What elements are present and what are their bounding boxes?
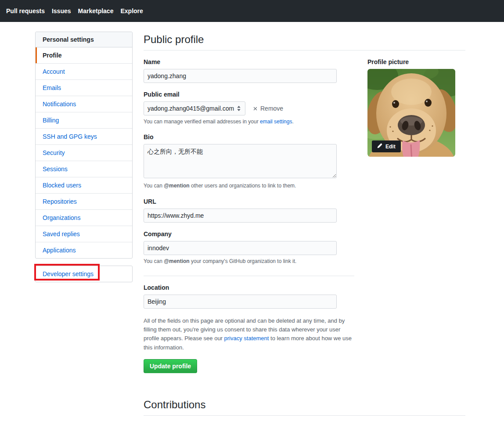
nav-pull-requests[interactable]: Pull requests [3,7,48,14]
bio-textarea[interactable]: 心之所向，无所不能 [144,144,337,178]
sidebar-item-security[interactable]: Security [36,144,132,161]
sidebar-item-ssh-gpg-keys[interactable]: SSH and GPG keys [36,128,132,144]
bio-label: Bio [144,133,354,140]
sidebar-item-profile[interactable]: Profile [36,47,132,63]
company-input[interactable] [144,241,337,255]
update-profile-button[interactable]: Update profile [144,359,197,373]
bio-help-note: You can @mention other users and organiz… [144,182,354,190]
company-label: Company [144,230,354,237]
sidebar-item-saved-replies[interactable]: Saved replies [36,226,132,242]
top-navigation: Pull requests Issues Marketplace Explore [0,0,504,22]
updown-caret-icon [236,105,241,112]
settings-sidebar: Personal settings Profile Account Emails… [35,32,133,282]
sidebar-item-blocked-users[interactable]: Blocked users [36,177,132,193]
privacy-statement-link[interactable]: privacy statement [224,335,269,342]
remove-email-button[interactable]: Remove [252,105,283,112]
profile-picture-label: Profile picture [367,58,455,65]
name-input[interactable] [144,69,337,83]
public-email-label: Public email [144,91,354,98]
url-label: URL [144,198,354,205]
pencil-icon [377,143,382,150]
sidebar-item-billing[interactable]: Billing [36,112,132,128]
profile-picture-section: Profile picture [367,50,455,373]
email-settings-link[interactable]: email settings [260,119,292,125]
sidebar-item-notifications[interactable]: Notifications [36,96,132,112]
settings-page: Personal settings Profile Account Emails… [0,22,504,421]
sidebar-item-organizations[interactable]: Organizations [36,209,132,226]
edit-profile-picture-button[interactable]: Edit [372,140,401,152]
sidebar-item-repositories[interactable]: Repositories [36,193,132,209]
main-content: Public profile Name Public email yadong.… [144,32,465,421]
company-help-note: You can @mention your company's GitHub o… [144,258,354,265]
nav-issues[interactable]: Issues [48,7,75,14]
edit-button-label: Edit [385,144,396,150]
sidebar-item-emails[interactable]: Emails [36,79,132,96]
public-email-select[interactable]: yadong.zhang0415@gmail.com [144,101,245,115]
url-input[interactable] [144,209,337,223]
privacy-disclaimer: All of the fields on this page are optio… [144,317,354,352]
name-label: Name [144,58,354,65]
page-title: Public profile [144,33,465,50]
form-divider [144,276,354,276]
x-icon [252,106,258,112]
personal-settings-menu: Personal settings Profile Account Emails… [35,32,133,259]
contributions-title: Contributions [144,399,465,416]
email-help-note: You can manage verified email addresses … [144,118,354,126]
sidebar-item-developer-settings[interactable]: Developer settings [36,266,132,282]
sidebar-item-sessions[interactable]: Sessions [36,161,132,177]
sidebar-item-applications[interactable]: Applications [36,242,132,258]
developer-settings-box: Developer settings [35,266,133,282]
location-label: Location [144,284,354,291]
sidebar-header: Personal settings [36,32,132,47]
public-email-selected-value: yadong.zhang0415@gmail.com [148,105,234,112]
remove-email-label: Remove [260,105,283,112]
sidebar-item-account[interactable]: Account [36,63,132,79]
location-input[interactable] [144,295,337,309]
contributions-section: Contributions Include private contributi… [144,399,465,421]
nav-marketplace[interactable]: Marketplace [75,7,117,14]
nav-explore[interactable]: Explore [117,7,146,14]
public-profile-form: Name Public email yadong.zhang0415@gmail… [144,50,354,373]
